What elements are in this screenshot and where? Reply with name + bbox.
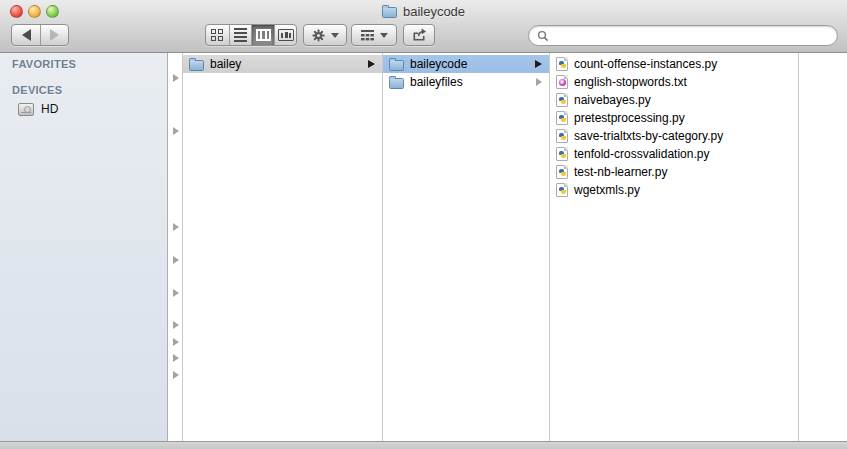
column-bailey: bailey xyxy=(183,53,383,441)
text-file-icon xyxy=(556,75,568,89)
file-row[interactable]: test-nb-learner.py xyxy=(550,163,798,181)
forward-button[interactable] xyxy=(40,25,68,45)
file-label: pretestprocessing.py xyxy=(574,111,685,125)
file-row[interactable]: tenfold-crossvalidation.py xyxy=(550,145,798,163)
folder-row[interactable]: baileycode xyxy=(383,55,549,73)
status-bar xyxy=(0,441,847,449)
forward-arrow-icon xyxy=(50,29,59,41)
search-icon xyxy=(537,30,549,42)
back-arrow-icon xyxy=(22,29,31,41)
disclosure-triangle-icon xyxy=(173,289,179,297)
column-view-button[interactable] xyxy=(251,25,274,45)
folder-icon xyxy=(389,60,404,71)
file-row[interactable]: pretestprocessing.py xyxy=(550,109,798,127)
file-row[interactable]: count-offense-instances.py xyxy=(550,55,798,73)
action-menu-button[interactable] xyxy=(303,24,347,46)
file-label: english-stopwords.txt xyxy=(574,75,687,89)
disclosure-triangle-icon xyxy=(173,354,179,362)
disclosure-triangle-icon xyxy=(173,74,179,82)
arrange-grid-icon xyxy=(361,30,375,41)
search-field xyxy=(528,25,838,46)
python-file-icon xyxy=(556,57,568,71)
disclosure-triangle-icon xyxy=(173,256,179,264)
disclosure-triangle-icon xyxy=(368,60,375,68)
file-label: count-offense-instances.py xyxy=(574,57,717,71)
search-input[interactable] xyxy=(554,28,829,44)
folder-row[interactable]: bailey xyxy=(183,55,382,73)
chevron-down-icon xyxy=(380,33,388,38)
folder-icon xyxy=(389,78,404,89)
folder-label: baileyfiles xyxy=(410,75,463,89)
file-row[interactable]: naivebayes.py xyxy=(550,91,798,109)
python-file-icon xyxy=(556,111,568,125)
python-file-icon xyxy=(556,129,568,143)
icon-view-button[interactable] xyxy=(206,25,229,45)
python-file-icon xyxy=(556,183,568,197)
file-label: save-trialtxts-by-category.py xyxy=(574,129,723,143)
disclosure-triangle-icon xyxy=(173,223,179,231)
sidebar-section-devices: DEVICES xyxy=(0,84,167,96)
columns-icon xyxy=(256,29,271,41)
sidebar-item-hd[interactable]: HD xyxy=(0,99,167,119)
toolbar xyxy=(0,22,847,52)
column-baileycode: baileycodebaileyfiles xyxy=(383,53,550,441)
file-label: test-nb-learner.py xyxy=(574,165,667,179)
file-row[interactable]: save-trialtxts-by-category.py xyxy=(550,127,798,145)
folder-icon xyxy=(189,60,204,71)
sidebar-item-label: HD xyxy=(41,102,58,116)
list-icon xyxy=(234,28,247,42)
hard-drive-icon xyxy=(18,103,34,116)
disclosure-triangle-icon xyxy=(173,321,179,329)
file-row[interactable]: wgetxmls.py xyxy=(550,181,798,199)
finder-window: baileycode xyxy=(0,0,847,449)
list-view-button[interactable] xyxy=(229,25,252,45)
content-area: FAVORITES DEVICES HD baileybaileycodebai… xyxy=(0,53,847,441)
folder-label: baileycode xyxy=(410,57,467,71)
grid-icon xyxy=(211,29,223,41)
column-preview-empty xyxy=(799,53,847,441)
gear-icon xyxy=(311,28,326,43)
coverflow-view-button[interactable] xyxy=(274,25,296,45)
view-mode-control xyxy=(205,24,297,46)
column-files: count-offense-instances.pyenglish-stopwo… xyxy=(550,53,799,441)
disclosure-triangle-icon xyxy=(535,60,542,68)
python-file-icon xyxy=(556,165,568,179)
titlebar[interactable]: baileycode xyxy=(0,0,847,22)
arrange-menu-button[interactable] xyxy=(351,24,397,46)
file-row[interactable]: english-stopwords.txt xyxy=(550,73,798,91)
share-icon xyxy=(411,28,427,42)
disclosure-triangle-icon xyxy=(173,338,179,346)
file-label: tenfold-crossvalidation.py xyxy=(574,147,709,161)
disclosure-triangle-icon xyxy=(173,127,179,135)
disclosure-triangle-icon xyxy=(173,371,179,379)
sidebar-section-favorites: FAVORITES xyxy=(0,58,167,70)
python-file-icon xyxy=(556,147,568,161)
coverflow-icon xyxy=(278,29,294,41)
column-browser: baileybaileycodebaileyfilescount-offense… xyxy=(183,53,847,441)
window-header: baileycode xyxy=(0,0,847,53)
sidebar: FAVORITES DEVICES HD xyxy=(0,53,168,441)
parent-column-sliver[interactable] xyxy=(168,53,183,441)
nav-buttons xyxy=(11,24,69,46)
file-label: naivebayes.py xyxy=(574,93,651,107)
back-button[interactable] xyxy=(12,25,40,45)
python-file-icon xyxy=(556,93,568,107)
window-title-text: baileycode xyxy=(403,4,465,19)
folder-row[interactable]: baileyfiles xyxy=(383,73,549,91)
chevron-down-icon xyxy=(331,33,339,38)
folder-icon xyxy=(382,7,397,18)
folder-label: bailey xyxy=(210,57,241,71)
share-button[interactable] xyxy=(403,24,435,46)
window-title: baileycode xyxy=(0,0,847,22)
disclosure-triangle-icon xyxy=(536,78,542,86)
file-label: wgetxmls.py xyxy=(574,183,640,197)
